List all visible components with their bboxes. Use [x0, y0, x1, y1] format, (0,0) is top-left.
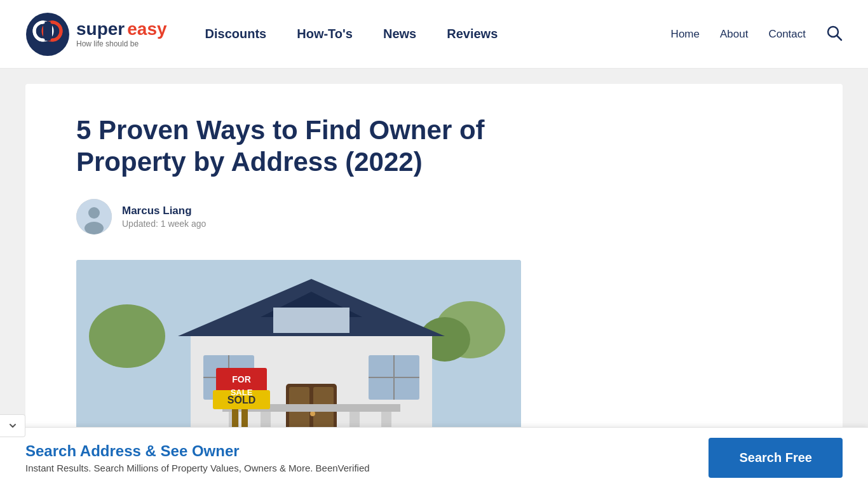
nav-item-home[interactable]: Home — [671, 28, 700, 41]
nav-item-news[interactable]: News — [383, 27, 416, 41]
nav-item-contact[interactable]: Contact — [768, 28, 806, 41]
main-nav: Discounts How-To's News Reviews — [205, 27, 671, 41]
svg-point-7 — [88, 207, 100, 219]
search-free-button[interactable]: Search Free — [709, 438, 843, 478]
sticky-bottom-bar: Search Address & See Owner Instant Resul… — [0, 427, 868, 488]
svg-line-5 — [837, 36, 841, 40]
nav-item-howtos[interactable]: How-To's — [297, 27, 353, 41]
logo-tagline: How life should be — [76, 39, 167, 48]
page-wrapper: 5 Proven Ways to Find Owner of Property … — [0, 69, 868, 488]
logo-icon — [25, 12, 70, 57]
svg-text:FOR: FOR — [232, 374, 251, 384]
nav-item-discounts[interactable]: Discounts — [205, 27, 267, 41]
sticky-title: Search Address & See Owner — [25, 442, 370, 460]
svg-point-10 — [89, 304, 165, 368]
logo-text: super easy How life should be — [76, 20, 167, 48]
article-image: FOR SOLD SALE — [76, 260, 521, 438]
sticky-content: Search Address & See Owner Instant Resul… — [25, 442, 370, 473]
author-row: Marcus Liang Updated: 1 week ago — [76, 199, 792, 234]
svg-point-8 — [85, 222, 104, 234]
right-nav: Home About Contact — [671, 25, 843, 44]
sticky-subtitle: Instant Results. Search Millions of Prop… — [25, 463, 370, 473]
article-card: 5 Proven Ways to Find Owner of Property … — [25, 84, 843, 476]
nav-item-reviews[interactable]: Reviews — [447, 27, 498, 41]
author-updated: Updated: 1 week ago — [122, 219, 206, 229]
svg-rect-16 — [273, 308, 349, 333]
collapse-chevron-button[interactable] — [0, 414, 25, 437]
nav-item-about[interactable]: About — [720, 28, 748, 41]
search-icon[interactable] — [826, 25, 843, 44]
site-header: super easy How life should be Discounts … — [0, 0, 868, 69]
svg-point-20 — [310, 411, 315, 416]
svg-text:SALE: SALE — [231, 388, 253, 397]
author-name: Marcus Liang — [122, 205, 206, 217]
author-info: Marcus Liang Updated: 1 week ago — [122, 205, 206, 229]
article-title: 5 Proven Ways to Find Owner of Property … — [76, 114, 508, 179]
logo-easy: easy — [127, 20, 166, 38]
author-avatar — [76, 199, 112, 234]
logo-link[interactable]: super easy How life should be — [25, 12, 167, 57]
svg-rect-3 — [43, 22, 52, 41]
logo-super: super — [76, 20, 125, 38]
